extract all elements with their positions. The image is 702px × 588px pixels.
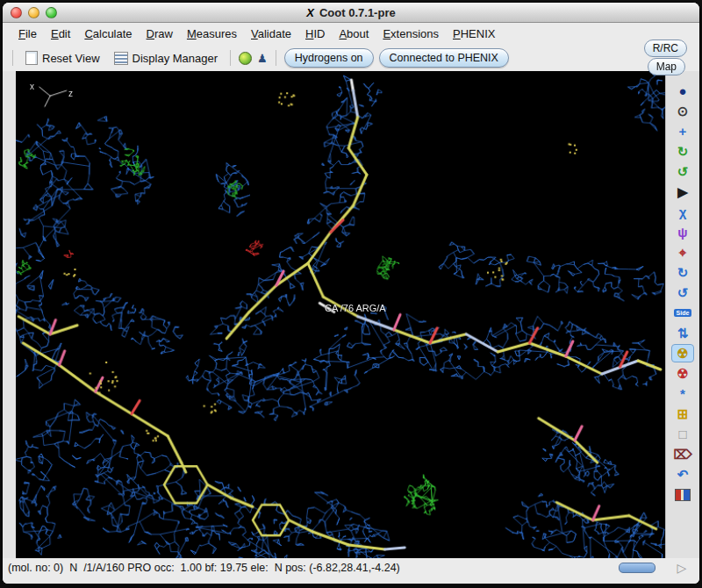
auto-fit-rotamer-icon[interactable]: ⌖ bbox=[671, 243, 694, 262]
sphere-tool-icon[interactable]: ● bbox=[671, 82, 694, 100]
reset-view-button[interactable]: Reset View bbox=[21, 49, 104, 67]
toolbar-expand-icon[interactable]: ▷ bbox=[664, 561, 699, 575]
undo-tool-icon[interactable]: ↶ bbox=[671, 465, 694, 484]
regularize-zone-icon[interactable]: ↺ bbox=[671, 162, 694, 181]
go-to-atom-icon[interactable] bbox=[239, 52, 252, 65]
toolbar-separator bbox=[276, 50, 276, 66]
edit-chi-angles-icon[interactable]: ψ bbox=[671, 223, 694, 241]
rot-trans-zone-icon[interactable]: + bbox=[671, 122, 694, 140]
toolbar-separator bbox=[230, 50, 231, 66]
display-manager-label: Display Manager bbox=[133, 52, 218, 65]
regularize-atoms-icon[interactable]: * bbox=[671, 384, 694, 403]
statusbar: (mol. no: 0) N /1/A/160 PRO occ: 1.00 bf… bbox=[3, 558, 699, 577]
flag-image bbox=[675, 489, 691, 501]
side-chain-flip-icon[interactable]: Side bbox=[671, 304, 694, 322]
axis-z-label: z bbox=[68, 89, 73, 98]
close-button[interactable] bbox=[11, 7, 22, 18]
menu-phenix[interactable]: PHENIX bbox=[446, 25, 502, 43]
main-area: x z CA /76 ARG/A ●⊙+↻↺▶χψ⌖↻↺Side⇅☢☢*⊞□⌦↶ bbox=[3, 71, 699, 558]
window-title: Coot 0.7.1-pre bbox=[319, 6, 396, 19]
add-terminal-residue-icon[interactable]: ⊞ bbox=[671, 405, 694, 423]
menubar: FileEditCalculateDrawMeasuresValidateHID… bbox=[3, 23, 699, 45]
map-button[interactable]: Map bbox=[648, 58, 685, 75]
gl-viewport[interactable]: x z CA /76 ARG/A bbox=[16, 71, 665, 558]
title-wrap: X Coot 0.7.1-pre bbox=[306, 6, 395, 19]
residue-label: CA /76 ARG/A bbox=[325, 303, 386, 313]
minimize-button[interactable] bbox=[28, 7, 39, 18]
refine-active-icon[interactable]: ☢ bbox=[671, 344, 694, 362]
screenshot-flag-icon[interactable] bbox=[671, 485, 694, 504]
phenix-connection-button[interactable]: Connected to PHENIX bbox=[379, 48, 509, 68]
menu-draw[interactable]: Draw bbox=[140, 25, 180, 43]
model-toolbar: ●⊙+↻↺▶χψ⌖↻↺Side⇅☢☢*⊞□⌦↶ bbox=[665, 71, 699, 558]
display-manager-icon bbox=[114, 52, 128, 65]
zoom-button[interactable] bbox=[46, 7, 57, 18]
history-tool-icon[interactable]: ⊙ bbox=[671, 102, 694, 120]
toolbar-separator bbox=[12, 50, 13, 66]
status-text: (mol. no: 0) N /1/A/160 PRO occ: 1.00 bf… bbox=[8, 562, 400, 574]
go-to-ligand-icon[interactable]: ♟ bbox=[257, 53, 268, 64]
axis-x-label: x bbox=[30, 82, 34, 91]
real-space-refine-icon[interactable]: ↻ bbox=[671, 142, 694, 161]
menu-hid[interactable]: HID bbox=[298, 25, 332, 43]
reset-view-icon bbox=[25, 51, 38, 65]
coot-window: X Coot 0.7.1-pre FileEditCalculateDrawMe… bbox=[2, 2, 700, 584]
menu-calculate[interactable]: Calculate bbox=[77, 25, 139, 43]
menu-validate[interactable]: Validate bbox=[244, 25, 298, 43]
main-toolbar: Reset View Display Manager ♟ Hydrogens o… bbox=[3, 45, 699, 71]
x11-logo-icon: X bbox=[306, 6, 314, 19]
run-tool-icon[interactable]: ▶ bbox=[671, 183, 694, 201]
window-bottom-edge bbox=[3, 577, 699, 584]
rrc-button[interactable]: R/RC bbox=[644, 39, 687, 57]
titlebar[interactable]: X Coot 0.7.1-pre bbox=[3, 3, 699, 23]
menu-file[interactable]: File bbox=[11, 25, 44, 43]
menu-edit[interactable]: Edit bbox=[44, 25, 77, 43]
menu-measures[interactable]: Measures bbox=[180, 25, 244, 43]
traffic-lights bbox=[11, 7, 57, 18]
display-manager-button[interactable]: Display Manager bbox=[110, 50, 223, 67]
blank-tool-icon[interactable]: □ bbox=[671, 425, 694, 443]
side-chip-label: Side bbox=[674, 309, 692, 317]
radiation-red-icon[interactable]: ☢ bbox=[671, 364, 694, 383]
molecular-canvas[interactable] bbox=[16, 71, 665, 558]
hydrogens-toggle-button[interactable]: Hydrogens on bbox=[284, 48, 374, 68]
left-gutter bbox=[3, 71, 16, 558]
rotamers-icon[interactable]: χ bbox=[671, 203, 694, 221]
menu-about[interactable]: About bbox=[332, 25, 376, 43]
status-scrollbar[interactable] bbox=[619, 563, 655, 573]
cycle-back-icon[interactable]: ↺ bbox=[671, 283, 694, 302]
reset-view-label: Reset View bbox=[42, 52, 100, 65]
delete-item-icon[interactable]: ⌦ bbox=[671, 445, 694, 463]
flip-peptide-icon[interactable]: ⇅ bbox=[671, 324, 694, 342]
cycle-forward-icon[interactable]: ↻ bbox=[671, 263, 694, 282]
menu-extensions[interactable]: Extensions bbox=[376, 25, 446, 43]
